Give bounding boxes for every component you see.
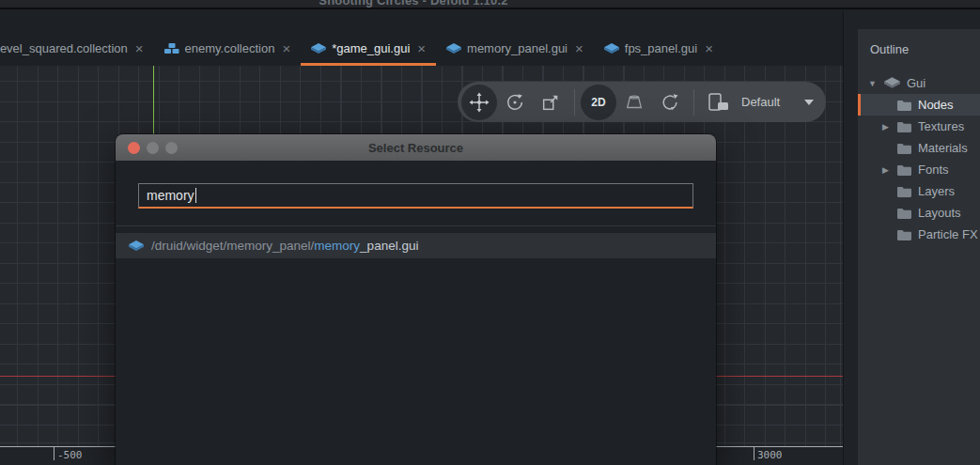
frustum-icon [624, 92, 645, 113]
layout-dropdown[interactable]: Default [741, 95, 814, 109]
dialog-title: Select Resource [368, 141, 463, 155]
close-icon[interactable]: × [705, 41, 713, 55]
gui-icon [884, 77, 900, 89]
search-input-value: memory [147, 188, 194, 203]
tree-item-textures[interactable]: ▶ Textures [858, 116, 980, 137]
result-path-prefix: /druid/widget/memory_panel/ [151, 239, 314, 253]
select-resource-dialog: Select Resource memory /druid/widget/mem… [116, 134, 716, 465]
outline-panel-title: Outline [870, 42, 909, 56]
move-tool-button[interactable] [461, 85, 497, 120]
tree-item-layouts[interactable]: Layouts [858, 202, 980, 224]
dialog-titlebar[interactable]: Select Resource [116, 134, 716, 161]
editor-tabbar: level_squared.collection × enemy.collect… [0, 11, 843, 66]
tree-item-layers[interactable]: Layers [858, 180, 980, 202]
right-sidebar: Outline ▼ Gui Nodes ▶ Textures [843, 11, 980, 465]
folder-icon [897, 229, 911, 240]
close-icon[interactable]: × [135, 41, 144, 55]
ruler-tick [754, 447, 754, 460]
folder-icon [897, 186, 911, 197]
resource-search-input[interactable]: memory [138, 183, 693, 209]
tree-item-label: Textures [918, 119, 964, 133]
text-caret [195, 188, 196, 203]
defold-editor-window: Shooting Circles - Defold 1.10.2 level_s… [0, 0, 980, 465]
search-result-row[interactable]: /druid/widget/memory_panel/memory_panel.… [116, 233, 716, 258]
result-path-suffix: _panel.gui [360, 239, 418, 253]
folder-icon [897, 164, 911, 176]
collection-icon [164, 43, 179, 54]
gui-icon [129, 240, 144, 252]
tree-item-materials[interactable]: Materials [858, 137, 980, 159]
caret-collapsed-icon[interactable]: ▶ [880, 165, 891, 175]
tree-item-label: Particle FX [918, 227, 978, 241]
folder-icon [897, 143, 911, 154]
dialog-divider [116, 225, 716, 226]
tree-item-label: Layouts [918, 206, 961, 220]
2d-mode-button[interactable]: 2D [581, 85, 616, 120]
device-icon [706, 92, 730, 113]
ruler-tick [54, 447, 54, 460]
outline-tree: ▼ Gui Nodes ▶ Textures Mate [858, 72, 980, 245]
tree-item-label: Fonts [918, 163, 949, 177]
tab-memory-panel-gui[interactable]: memory_panel.gui × [436, 34, 594, 66]
minimize-window-button[interactable] [147, 142, 159, 154]
ruler-label: 3000 [757, 449, 783, 461]
gui-icon [311, 43, 326, 54]
window-title: Shooting Circles - Defold 1.10.2 [0, 0, 827, 8]
gui-icon [604, 43, 619, 54]
rotate-icon [505, 92, 525, 113]
toolbar-separator [693, 89, 694, 116]
tab-fps-panel-gui[interactable]: fps_panel.gui × [594, 34, 723, 66]
scale-tool-button[interactable] [533, 85, 568, 120]
tree-item-label: Nodes [918, 98, 954, 112]
tree-item-gui[interactable]: ▼ Gui [858, 72, 980, 94]
tree-item-nodes[interactable]: Nodes [858, 94, 980, 116]
tab-strip: level_squared.collection × enemy.collect… [0, 34, 723, 66]
refresh-icon [660, 92, 680, 113]
reset-camera-button[interactable] [652, 85, 688, 120]
perspective-button[interactable] [616, 85, 652, 120]
ruler-label: -500 [57, 449, 83, 461]
tree-item-label: Materials [918, 141, 968, 155]
window-titlebar: Shooting Circles - Defold 1.10.2 [0, 0, 980, 9]
tree-item-label: Gui [907, 76, 926, 90]
close-icon[interactable]: × [575, 41, 583, 55]
result-match-highlight: memory [314, 239, 360, 253]
2d-mode-label: 2D [591, 96, 605, 109]
caret-expanded-icon[interactable]: ▼ [867, 79, 878, 88]
tree-item-particle-fx[interactable]: Particle FX [858, 224, 980, 245]
folder-icon [897, 100, 911, 111]
folder-icon [897, 121, 911, 132]
close-window-button[interactable] [128, 142, 140, 154]
caret-collapsed-icon[interactable]: ▶ [880, 122, 891, 132]
tab-label: level_squared.collection [0, 41, 128, 55]
tree-item-fonts[interactable]: ▶ Fonts [858, 159, 980, 180]
gui-icon [446, 43, 461, 54]
green-axis-guide [153, 66, 154, 134]
zoom-window-button[interactable] [165, 142, 178, 154]
tab-label: *game_gui.gui [332, 41, 410, 55]
scale-icon [540, 92, 561, 113]
tab-level-squared-collection[interactable]: level_squared.collection × [0, 34, 154, 66]
scene-toolbar: 2D [458, 82, 826, 122]
outline-panel: Outline ▼ Gui Nodes ▶ Textures [858, 29, 980, 465]
rotate-tool-button[interactable] [497, 85, 533, 120]
tab-enemy-collection[interactable]: enemy.collection × [154, 34, 302, 66]
tab-label: enemy.collection [185, 41, 275, 55]
tree-item-label: Layers [918, 184, 955, 198]
close-icon[interactable]: × [417, 41, 426, 55]
tab-label: memory_panel.gui [467, 41, 568, 55]
move-icon [468, 91, 490, 114]
tab-game-gui[interactable]: *game_gui.gui × [301, 34, 436, 66]
layout-dropdown-value: Default [741, 95, 780, 109]
folder-icon [897, 208, 911, 219]
chevron-down-icon [804, 100, 814, 105]
result-path: /druid/widget/memory_panel/memory_panel.… [151, 239, 418, 253]
toolbar-separator [574, 89, 575, 116]
window-controls [128, 134, 178, 161]
layout-device-button[interactable] [700, 85, 736, 120]
tab-label: fps_panel.gui [625, 41, 697, 55]
close-icon[interactable]: × [282, 41, 290, 55]
